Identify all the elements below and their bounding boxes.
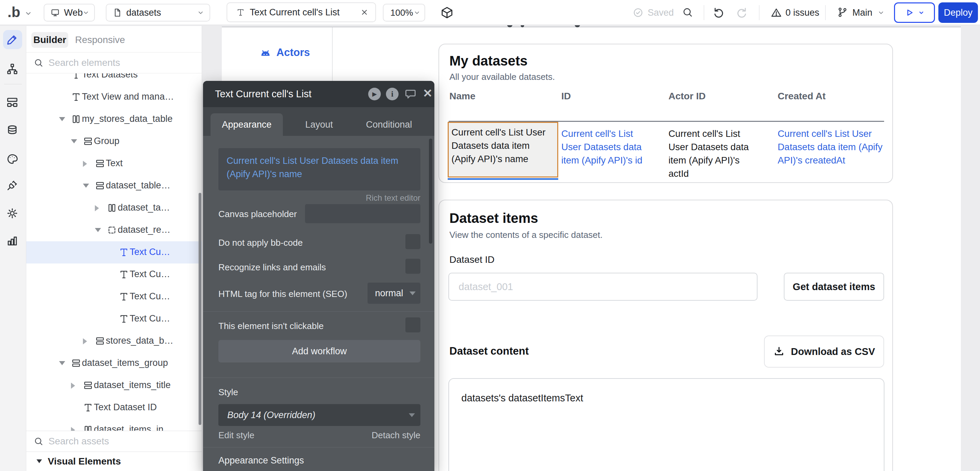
download-csv-button[interactable]: Download as CSV [764,336,884,368]
undo-icon[interactable] [713,6,725,19]
design-pencil-icon[interactable] [6,33,19,46]
caret-expanded-icon[interactable] [71,139,77,143]
tree-item-label: stores_data_b… [106,336,173,346]
chevron-down-icon [83,9,89,16]
download-csv-label: Download as CSV [791,346,875,357]
tree-item[interactable]: dataset_items_title [26,374,202,396]
text-icon [83,403,93,413]
page-select[interactable]: datasets [106,4,210,22]
tree-item[interactable]: dataset_table… [26,175,202,197]
not-clickable-checkbox[interactable] [406,317,420,333]
tree-item[interactable]: Text [26,153,202,175]
caret-collapsed-icon[interactable] [83,161,87,167]
tree-item[interactable]: dataset_ta… [26,197,202,219]
builder-tab[interactable]: Builder [32,32,68,48]
inspector-divider [203,311,434,312]
tree-item-label: Text View and mana… [82,91,174,102]
column-header-actor-id: Actor ID [668,91,706,102]
bubble-logo[interactable]: .b [8,4,20,21]
dashed-box-icon [107,225,117,235]
caret-expanded-icon[interactable] [95,228,101,232]
tree-item[interactable]: dataset_re… [26,219,202,241]
inspector-scrollbar[interactable] [429,138,432,244]
open-element-tab[interactable]: Text Current cell's List [227,2,376,22]
appearance-settings-label[interactable]: Appearance Settings [218,455,304,466]
components-cube-icon[interactable] [440,6,454,19]
links-checkbox[interactable] [406,259,420,274]
close-icon[interactable]: ✕ [423,86,433,100]
platform-select[interactable]: Web [44,4,95,22]
tree-item[interactable]: Group [26,130,202,153]
dataset-content-box[interactable]: datasets's datasetItemsText [449,378,885,471]
rich-text-editor-box[interactable]: Current cell's List User Datasets data i… [218,148,420,191]
table-cell-actor-id[interactable]: Current cell's List User Datasets data i… [668,127,754,180]
toolbar-separator [825,5,826,20]
tree-item[interactable]: Text View and mana… [26,86,202,108]
database-icon[interactable] [6,124,19,137]
caret-expanded-icon[interactable] [59,361,65,365]
dataset-id-input[interactable] [449,273,757,301]
table-cell-id[interactable]: Current cell's List User Datasets data i… [561,127,653,167]
tree-item[interactable]: Text Dataset ID [26,396,202,419]
tree-item[interactable]: Text Datasets [26,73,202,86]
visual-elements-section[interactable]: Visual Elements [26,452,202,471]
deploy-button[interactable]: Deploy [939,2,978,23]
comment-icon[interactable] [404,88,417,100]
search-assets-input[interactable] [48,433,191,449]
text-icon [119,269,129,280]
tree-item[interactable]: Text Cu… [26,286,202,308]
chevron-down-icon[interactable] [25,10,32,17]
detach-style-link[interactable]: Detach style [218,430,420,441]
caret-collapsed-icon[interactable] [83,338,87,344]
search-icon[interactable] [682,6,694,18]
issues-count[interactable]: 0 issues [786,8,819,18]
table-cell-created-at[interactable]: Current cell's List User Datasets data i… [778,127,893,167]
tab-layout[interactable]: Layout [299,113,339,136]
my-datasets-title: My datasets [449,53,528,68]
style-dropdown[interactable]: Body 14 (Overridden) [218,404,420,426]
bbcode-checkbox[interactable] [406,234,420,249]
tree-item[interactable]: dataset_items_in… [26,419,202,431]
info-icon[interactable]: i [386,88,399,100]
caret-expanded-icon[interactable] [59,117,65,121]
rich-text-hint[interactable]: Rich text editor [218,193,420,203]
tab-appearance[interactable]: Appearance [210,113,283,136]
caret-collapsed-icon[interactable] [95,205,99,211]
tree-item-label: dataset_items_in… [94,424,173,431]
close-icon[interactable] [360,8,369,16]
caret-expanded-icon[interactable] [83,184,89,188]
tree-item[interactable]: my_stores_data_table [26,108,202,130]
tree-item[interactable]: dataset_items_group [26,352,202,374]
tree-item[interactable]: Text Cu… [26,308,202,330]
responsive-tab[interactable]: Responsive [75,35,125,45]
logs-chart-icon[interactable] [6,234,19,247]
run-play-icon[interactable]: ▶ [368,88,381,100]
styles-palette-icon[interactable] [6,153,19,165]
tree-item[interactable]: Text Cu… [26,241,202,264]
search-elements-input[interactable] [48,55,191,71]
explorer-scrollbar[interactable] [199,193,201,425]
html-tag-dropdown[interactable]: normal [368,283,420,304]
page-nav-actors[interactable]: Actors [259,46,328,61]
tab-appearance-label: Appearance [222,119,272,130]
workflow-sitemap-icon[interactable] [6,62,19,75]
table-cell-name-selected[interactable]: Current cell's List User Datasets data i… [448,122,558,177]
tab-conditional[interactable]: Conditional [356,113,422,136]
plugins-plug-icon[interactable] [6,179,19,192]
inspector-header[interactable]: Text Current cell's List ▶ i ✕ [203,81,434,107]
branch-name[interactable]: Main [853,8,872,18]
add-workflow-button[interactable]: Add workflow [218,340,420,363]
canvas-placeholder-input[interactable] [305,204,420,223]
settings-gear-icon[interactable] [6,207,19,220]
backend-server-icon[interactable] [6,96,19,109]
top-toolbar: .b Web datasets [0,0,980,25]
tree-item[interactable]: stores_data_b… [26,330,202,352]
zoom-select[interactable]: 100% [383,4,425,22]
tree-item-label: Text Cu… [130,313,170,324]
preview-button[interactable] [894,2,935,23]
tree-item[interactable]: Text Cu… [26,264,202,286]
get-dataset-items-button[interactable]: Get dataset items [784,273,884,301]
caret-collapsed-icon[interactable] [71,427,75,431]
redo-icon[interactable] [736,6,748,19]
caret-collapsed-icon[interactable] [71,383,75,389]
